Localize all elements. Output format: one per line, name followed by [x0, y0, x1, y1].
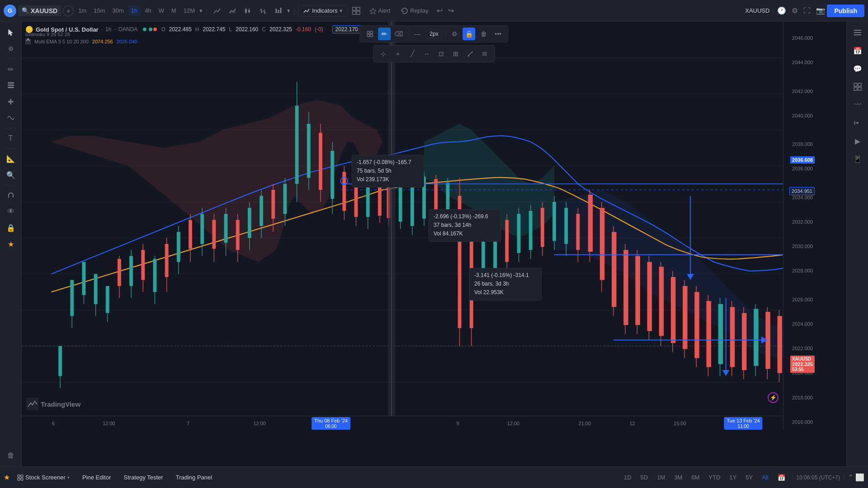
- period-1d[interactable]: 1D: [620, 472, 635, 483]
- px-selector[interactable]: 2px: [425, 29, 442, 38]
- draw-other-btn[interactable]: [478, 47, 491, 60]
- star-tool[interactable]: ★: [4, 237, 18, 251]
- stock-screener-tab[interactable]: Stock Screener ▾: [12, 472, 75, 483]
- measure-tool[interactable]: 📐: [4, 151, 18, 166]
- draw-settings-btn[interactable]: ⚙: [448, 28, 461, 40]
- zoom-tool[interactable]: 🔍: [4, 168, 18, 182]
- tf-4h[interactable]: 4h: [142, 5, 154, 16]
- period-3m[interactable]: 3M: [670, 472, 686, 483]
- draw-measure-rect-btn[interactable]: ⊡: [435, 47, 448, 60]
- volume-chart-btn[interactable]: [272, 5, 285, 17]
- bottom-sep-1: [793, 473, 793, 482]
- svg-rect-161: [647, 262, 652, 331]
- redo-button[interactable]: ↪: [446, 6, 456, 15]
- tf-12M[interactable]: 12M: [181, 5, 198, 16]
- phone-icon[interactable]: 📱: [850, 152, 865, 166]
- period-5d[interactable]: 5D: [637, 472, 652, 483]
- strategy-tester-tab[interactable]: Strategy Tester: [118, 472, 168, 483]
- tooltip-1-line1: -1.657 (-0.08%) -165.7: [357, 158, 419, 167]
- draw-measure-line-btn[interactable]: [464, 47, 476, 60]
- chat-icon[interactable]: 💬: [850, 61, 865, 76]
- draw-pen-btn[interactable]: ✏: [378, 28, 391, 40]
- fullscreen-icon[interactable]: ⛶: [803, 7, 811, 15]
- collapse-ema-btn[interactable]: ^: [25, 39, 31, 44]
- tf-M[interactable]: M: [169, 5, 179, 16]
- tf-30m[interactable]: 30m: [109, 5, 126, 16]
- draw-cursor-btn[interactable]: [363, 28, 376, 40]
- trading-panel-tab[interactable]: Trading Panel: [170, 472, 217, 483]
- stock-screener-label: Stock Screener ▾: [25, 474, 70, 481]
- tooltip-3-line1: -3.141 (-0.16%) -314.1: [474, 271, 537, 280]
- svg-rect-44: [22, 22, 815, 430]
- alert-button[interactable]: Alert: [365, 5, 395, 16]
- draw-cross-btn[interactable]: +: [392, 47, 404, 60]
- screener-panel-icon[interactable]: [850, 80, 865, 94]
- watchlist-icon[interactable]: [850, 25, 865, 40]
- tf-15m[interactable]: 15m: [91, 5, 108, 16]
- draw-eraser-btn[interactable]: ⌫: [392, 28, 405, 40]
- svg-rect-171: [706, 301, 711, 367]
- lightning-bolt[interactable]: ⚡: [768, 392, 778, 403]
- multi-ema-label: ^ Multi EMA 3 5 10 20 200 2074.256 2026.…: [25, 39, 137, 44]
- period-5y[interactable]: 5Y: [742, 472, 756, 483]
- date-range-btn[interactable]: 📅: [774, 472, 789, 483]
- trash-tool[interactable]: 🗑: [4, 448, 18, 463]
- pencil-tool[interactable]: ✏: [4, 62, 18, 76]
- tf-1m[interactable]: 1m: [75, 5, 89, 16]
- time-axis: 6 12:00 7 12:00 Thu 08 Feb '24 06:00 9 1…: [22, 416, 815, 430]
- camera-icon[interactable]: 📷: [816, 6, 825, 15]
- period-1y[interactable]: 1Y: [726, 472, 740, 483]
- add-symbol-button[interactable]: +: [63, 5, 74, 16]
- eye-tool[interactable]: 👁: [4, 204, 18, 219]
- period-6m[interactable]: 6M: [688, 472, 703, 483]
- chart-type-dropdown[interactable]: ▾: [287, 7, 290, 14]
- fibonacci-tool[interactable]: [4, 111, 18, 125]
- clock-icon[interactable]: 🕐: [777, 6, 786, 15]
- google-button[interactable]: G: [4, 5, 16, 17]
- line-chart-btn[interactable]: [210, 5, 224, 17]
- multi-chart-btn[interactable]: [349, 5, 363, 17]
- svg-line-38: [468, 52, 472, 56]
- broadcast-icon[interactable]: [850, 116, 865, 130]
- collapse-bottom-btn[interactable]: ⌃: [848, 473, 854, 482]
- svg-rect-21: [8, 82, 14, 84]
- draw-measure-h-btn[interactable]: ↔: [420, 47, 433, 60]
- area-chart-btn[interactable]: [226, 5, 239, 17]
- wave-icon[interactable]: 〰: [850, 98, 865, 112]
- draw-more-btn[interactable]: •••: [492, 28, 505, 40]
- bar-chart-btn[interactable]: [256, 5, 270, 17]
- magnet-tool[interactable]: [4, 188, 18, 202]
- text-tool[interactable]: T: [4, 131, 18, 145]
- draw-lock-btn[interactable]: 🔒: [463, 28, 476, 40]
- tf-1h[interactable]: 1h: [128, 5, 140, 16]
- period-ytd[interactable]: YTD: [705, 472, 724, 483]
- bottom-bar: ★ Stock Screener ▾ Pine Editor Strategy …: [0, 466, 868, 488]
- period-all[interactable]: All: [758, 472, 772, 483]
- svg-rect-151: [588, 195, 593, 252]
- candle-chart-btn[interactable]: [241, 5, 255, 17]
- publish-button[interactable]: Publish: [827, 5, 864, 17]
- undo-button[interactable]: ↩: [435, 6, 444, 15]
- cursor-tool[interactable]: [4, 25, 18, 40]
- draw-measure-v-btn[interactable]: ⊞: [449, 47, 462, 60]
- expand-bottom-btn[interactable]: ⬜: [855, 473, 864, 482]
- favorites-star[interactable]: ★: [4, 473, 10, 482]
- play-icon[interactable]: ▶: [850, 134, 865, 148]
- period-1m[interactable]: 1M: [653, 472, 669, 483]
- draw-diag-btn[interactable]: ╱: [406, 47, 419, 60]
- brush-tool[interactable]: [4, 78, 18, 93]
- lock-tool[interactable]: 🔒: [4, 221, 18, 235]
- draw-trash-btn[interactable]: 🗑: [477, 28, 490, 40]
- replay-button[interactable]: Replay: [396, 5, 433, 16]
- settings-icon[interactable]: ⚙: [792, 6, 798, 15]
- draw-move-btn[interactable]: ⊹: [377, 47, 390, 60]
- pine-editor-tab[interactable]: Pine Editor: [77, 472, 117, 483]
- tf-W[interactable]: W: [156, 5, 167, 16]
- symbol-search-box[interactable]: 🔍 XAUUSD: [18, 5, 61, 16]
- tf-dropdown[interactable]: ▾: [199, 7, 203, 14]
- indicators-button[interactable]: Indicators ▾: [298, 5, 347, 17]
- dot-cursor-tool[interactable]: [4, 42, 18, 56]
- cross-tool[interactable]: ✚: [4, 94, 18, 109]
- draw-line-btn[interactable]: —: [411, 28, 424, 40]
- calendar-icon[interactable]: 📅: [850, 43, 865, 58]
